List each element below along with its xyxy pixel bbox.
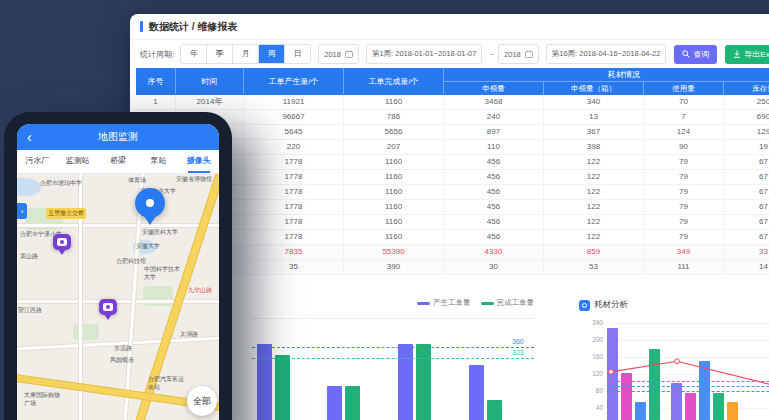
start-year-select[interactable]: 2018 xyxy=(318,44,359,64)
query-button[interactable]: 查询 xyxy=(674,45,717,64)
summary-cell: 4330 xyxy=(444,245,544,259)
table-cell: 122 xyxy=(544,155,644,169)
y-axis-tick: 40 xyxy=(573,404,603,411)
bar xyxy=(727,402,738,420)
bar xyxy=(649,349,660,420)
table-cell: 1160 xyxy=(344,215,444,229)
summary-cell: 859 xyxy=(544,245,644,259)
group-header-title: 耗材情况 xyxy=(444,68,769,82)
table-cell: 1160 xyxy=(344,230,444,244)
calendar-icon xyxy=(525,50,533,58)
chart2-title-row: 耗材分析 xyxy=(579,299,628,311)
table-cell: 124 xyxy=(644,125,724,139)
table-cell: 786 xyxy=(344,110,444,124)
table-cell: 1160 xyxy=(344,170,444,184)
end-week-input[interactable]: 第16周: 2018-04-16~2018-04-22 xyxy=(546,44,667,64)
gridline xyxy=(609,357,769,358)
column-subheader: 使用量 xyxy=(644,82,724,95)
table-cell: 19 xyxy=(724,140,769,154)
range-separator: ~ xyxy=(489,50,494,59)
camera-pin[interactable] xyxy=(99,299,117,315)
table-cell: 79 xyxy=(644,155,724,169)
table-cell: 79 xyxy=(644,185,724,199)
period-option-3[interactable]: 月 xyxy=(233,45,259,63)
map-label: 中国科学技术大学 xyxy=(144,266,180,281)
phone-tab-污水厂[interactable]: 污水厂 xyxy=(17,150,57,173)
table-cell: 690 xyxy=(724,110,769,124)
end-year-value: 2018 xyxy=(504,50,521,59)
bar-完成工单量 xyxy=(487,400,502,420)
table-cell: 1778 xyxy=(244,185,344,199)
bar xyxy=(635,402,646,420)
bar xyxy=(685,393,696,420)
chart2-title: 耗材分析 xyxy=(594,299,628,311)
table-row: 12014年119211160346834070250 xyxy=(136,95,769,110)
summary-cell: 35 xyxy=(244,260,344,274)
summary-cell: 55390 xyxy=(344,245,444,259)
table-cell: 122 xyxy=(544,230,644,244)
phone-tab-桥梁[interactable]: 桥梁 xyxy=(98,150,138,173)
summary-cell: 111 xyxy=(644,260,724,274)
camera-pin[interactable] xyxy=(53,234,71,250)
table-cell: 11921 xyxy=(244,95,344,109)
summary-cell: 14 xyxy=(724,260,769,274)
pin-tail xyxy=(144,216,156,225)
period-option-4[interactable]: 周 xyxy=(259,45,285,63)
column-header: 时间 xyxy=(176,68,244,94)
phone-header: ‹ 地图监测 xyxy=(17,124,219,150)
table-cell: 122 xyxy=(544,215,644,229)
table-cell: 5656 xyxy=(344,125,444,139)
chart-title-icon xyxy=(579,300,590,311)
column-subheader: 库存量 xyxy=(724,82,769,95)
gridline xyxy=(609,340,769,341)
table-cell: 110 xyxy=(444,140,544,154)
pin-tail xyxy=(104,314,112,320)
gridline xyxy=(609,323,769,324)
all-filter-button[interactable]: 全部 xyxy=(187,386,217,416)
table-cell: 96667 xyxy=(244,110,344,124)
table-cell: 67 xyxy=(724,230,769,244)
map[interactable]: › 五里墩立交桥 合肥市琥珀中学体育场安徽农业大学安徽省博物馆安徽医科大学合肥市… xyxy=(17,174,219,420)
table-cell: 897 xyxy=(444,125,544,139)
table-cell: 1160 xyxy=(344,200,444,214)
map-label: 合肥汽车客运南站 xyxy=(148,376,184,391)
table-header: 序号时间工单产生量/个工单完成量/个耗材情况申领量申领量（箱）使用量库存量 xyxy=(136,68,769,95)
table-cell: 70 xyxy=(644,95,724,109)
chart-legend: 产生工单量完成工单量 xyxy=(407,298,534,308)
table-cell: 122 xyxy=(544,185,644,199)
period-option-5[interactable]: 日 xyxy=(285,45,310,63)
period-segments: 年季月周日 xyxy=(180,44,311,64)
bar-产生工单量 xyxy=(327,386,342,420)
bar-完成工单量 xyxy=(275,355,290,420)
table-cell: 456 xyxy=(444,230,544,244)
phone-tab-摄像头[interactable]: 摄像头 xyxy=(179,150,219,173)
reference-line xyxy=(252,347,534,348)
legend-label: 完成工单量 xyxy=(497,298,535,308)
end-year-select[interactable]: 2018 xyxy=(498,44,539,64)
start-week-input[interactable]: 第1周: 2018-01-01~2018-01-07 xyxy=(366,44,482,64)
camera-icon xyxy=(103,303,113,311)
table-cell: 456 xyxy=(444,170,544,184)
table-cell: 456 xyxy=(444,155,544,169)
bar xyxy=(671,383,682,420)
table-cell: 1160 xyxy=(344,185,444,199)
column-subheader: 申领量 xyxy=(444,82,544,95)
column-subheader: 申领量（箱） xyxy=(544,82,644,95)
table-cell: 456 xyxy=(444,215,544,229)
map-expander[interactable]: › xyxy=(17,203,27,219)
phone-tab-监测站[interactable]: 监测站 xyxy=(57,150,97,173)
bar-完成工单量 xyxy=(416,344,431,420)
export-excel-button[interactable]: 导出Excel xyxy=(725,45,769,64)
legend-item: 完成工单量 xyxy=(481,298,535,308)
selected-camera-pin[interactable] xyxy=(135,188,165,218)
back-icon[interactable]: ‹ xyxy=(27,127,32,147)
period-option-1[interactable]: 年 xyxy=(181,45,207,63)
phone-tab-泵站[interactable]: 泵站 xyxy=(138,150,178,173)
map-label: 安徽医科大学 xyxy=(142,228,178,237)
group-header: 耗材情况申领量申领量（箱）使用量库存量 xyxy=(444,68,769,95)
period-option-2[interactable]: 季 xyxy=(207,45,233,63)
breadcrumb: 数据统计 / 维修报表 xyxy=(149,20,237,34)
summary-cell: 53 xyxy=(544,260,644,274)
table-cell: 129 xyxy=(724,125,769,139)
consumables-chart: 耗材分析 2402001601208040 xyxy=(565,296,769,420)
